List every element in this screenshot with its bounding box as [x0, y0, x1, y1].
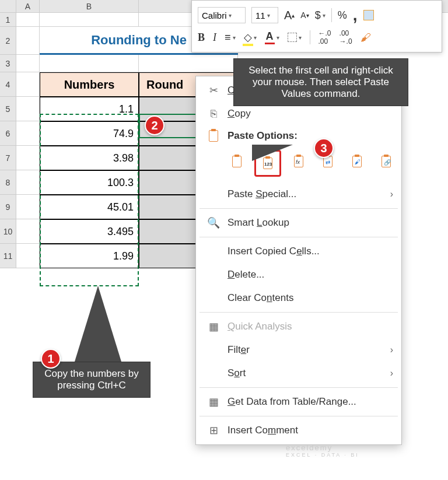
- header-numbers[interactable]: Numbers: [40, 72, 139, 97]
- row-headers: 1 2 3 4 5 6 7 8 9 10 11: [0, 13, 16, 268]
- font-color-button[interactable]: A: [265, 29, 279, 45]
- italic-button[interactable]: I: [213, 29, 216, 45]
- row-header-8[interactable]: 8: [0, 170, 16, 195]
- cell-styles-button[interactable]: [363, 7, 374, 23]
- context-menu: ✂ Cut ⎘ Copy Paste Options: 123 fx ⇄ 🖌 🔗…: [195, 76, 402, 445]
- menu-clear-contents[interactable]: Clear Contents: [196, 286, 401, 310]
- paste-default-button[interactable]: [225, 150, 249, 173]
- row-header-5[interactable]: 5: [0, 97, 16, 121]
- decrease-font-button[interactable]: A▾: [300, 7, 309, 23]
- table-icon: ▦: [205, 395, 222, 408]
- row-header-11[interactable]: 11: [0, 244, 16, 268]
- badge-2: 2: [145, 115, 164, 135]
- comma-format-button[interactable]: ,: [353, 7, 358, 23]
- cell-B7[interactable]: 3.98: [40, 146, 139, 170]
- chevron-right-icon: ›: [390, 345, 393, 355]
- row-header-7[interactable]: 7: [0, 146, 16, 170]
- scissors-icon: ✂: [205, 84, 222, 97]
- bold-button[interactable]: B: [198, 29, 205, 45]
- menu-quick-analysis: ▦ Quick Analysis: [196, 315, 401, 338]
- menu-paste-options-label: Paste Options:: [196, 125, 401, 146]
- paste-link-button[interactable]: 🔗: [374, 150, 398, 173]
- magnifier-icon: 🔍: [205, 216, 222, 229]
- col-header-A[interactable]: A: [16, 0, 40, 12]
- font-size-dropdown[interactable]: 11: [251, 7, 278, 23]
- cell-B6[interactable]: 74.9: [40, 121, 139, 146]
- badge-1: 1: [41, 349, 61, 369]
- borders-button[interactable]: [288, 29, 302, 45]
- cell-B9[interactable]: 45.01: [40, 195, 139, 219]
- select-all-corner[interactable]: [0, 0, 16, 12]
- row-header-9[interactable]: 9: [0, 195, 16, 219]
- decrease-decimal-button[interactable]: .00→.0: [340, 29, 352, 45]
- callout-2-arrow: [252, 145, 293, 161]
- percent-format-button[interactable]: %: [338, 7, 347, 23]
- comment-icon: ⊞: [205, 424, 222, 437]
- mini-toolbar: Calibri 11 A▴ A▾ $ % , B I ≡ ◇ A ←.0.00 …: [191, 0, 442, 52]
- paste-formatting-button[interactable]: 🖌: [345, 150, 369, 173]
- callout-2: Select the first cell and right-click yo…: [233, 58, 408, 106]
- row-header-1[interactable]: 1: [0, 13, 16, 27]
- fill-color-button[interactable]: ◇: [244, 29, 257, 45]
- cell-B10[interactable]: 3.495: [40, 219, 139, 244]
- menu-get-data[interactable]: ▦ Get Data from Table/Range...: [196, 390, 401, 414]
- menu-paste-special[interactable]: Paste Special... ›: [196, 183, 401, 206]
- accounting-format-button[interactable]: $: [315, 7, 326, 23]
- chevron-right-icon: ›: [390, 189, 393, 199]
- col-header-B[interactable]: B: [40, 0, 139, 12]
- cell-B5[interactable]: 1.1: [40, 97, 139, 121]
- menu-sort[interactable]: Sort ›: [196, 362, 401, 385]
- paste-options-row: 123 fx ⇄ 🖌 🔗: [196, 146, 401, 183]
- menu-smart-lookup[interactable]: 🔍 Smart Lookup: [196, 211, 401, 234]
- menu-insert-copied[interactable]: Insert Copied Cells...: [196, 240, 401, 263]
- font-name-dropdown[interactable]: Calibri: [198, 7, 246, 23]
- row-header-10[interactable]: 10: [0, 219, 16, 244]
- format-painter-button[interactable]: 🖌: [360, 29, 371, 45]
- row-header-6[interactable]: 6: [0, 121, 16, 146]
- cell-B8[interactable]: 100.3: [40, 170, 139, 195]
- watermark: exceldemy EXCEL · DATA · BI: [286, 443, 359, 458]
- menu-delete[interactable]: Delete...: [196, 263, 401, 286]
- menu-filter[interactable]: Filter ›: [196, 338, 401, 362]
- menu-insert-comment[interactable]: ⊞ Insert Comment: [196, 419, 401, 442]
- row-header-4[interactable]: 4: [0, 72, 16, 97]
- badge-3: 3: [314, 138, 334, 158]
- clipboard-icon: [205, 130, 222, 142]
- copy-icon: ⎘: [205, 108, 222, 120]
- row-header-3[interactable]: 3: [0, 55, 16, 72]
- align-button[interactable]: ≡: [225, 29, 236, 45]
- quick-analysis-icon: ▦: [205, 320, 222, 333]
- callout-1-arrow: [75, 286, 121, 362]
- increase-font-button[interactable]: A▴: [284, 7, 295, 23]
- increase-decimal-button[interactable]: ←.0.00: [318, 29, 331, 45]
- cell-B11[interactable]: 1.99: [40, 244, 139, 268]
- chevron-right-icon: ›: [390, 368, 393, 379]
- row-header-2[interactable]: 2: [0, 27, 16, 55]
